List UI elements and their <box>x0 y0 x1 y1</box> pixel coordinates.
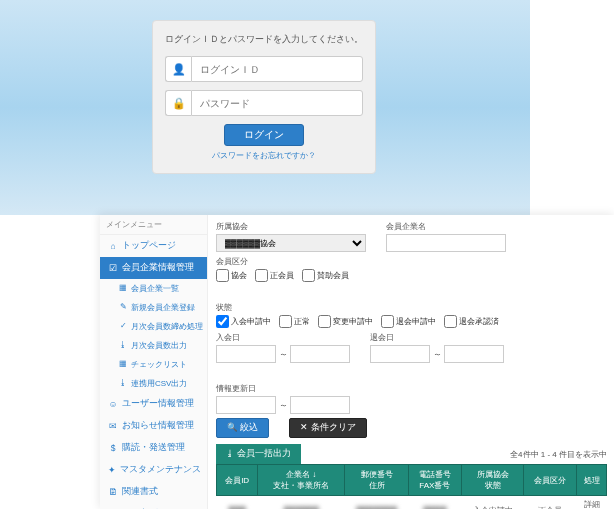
status-opt-1[interactable]: 正常 <box>279 315 310 328</box>
sidebar-icon: 🖹 <box>108 487 118 497</box>
sidebar-label: マスタメンテナンス <box>120 464 201 476</box>
table-header: 電話番号FAX番号 <box>409 465 462 496</box>
sidebar-label: 連携用CSV出力 <box>131 378 187 389</box>
filter-assoc-select[interactable]: ▓▓▓▓▓▓協会 <box>216 234 366 252</box>
filter-leave-label: 退会日 <box>370 332 504 343</box>
status-opt-2[interactable]: 変更申請中 <box>318 315 373 328</box>
kubun-opt-1[interactable]: 正会員 <box>255 269 294 282</box>
sidebar-icon: ☺ <box>108 399 118 409</box>
clear-button[interactable]: ✕ 条件クリア <box>289 418 366 438</box>
admin-panel: メインメニュー ⌂トップページ☑会員企業情報管理▦会員企業一覧✎新規会員企業登録… <box>100 215 614 509</box>
update-to[interactable] <box>290 396 350 414</box>
sidebar-label: 月次会員数出力 <box>131 340 187 351</box>
search-icon: 🔍 <box>227 422 238 432</box>
join-from[interactable] <box>216 345 276 363</box>
sidebar-item-9[interactable]: ✉お知らせ情報管理 <box>100 415 207 437</box>
filter-assoc-label: 所属協会 <box>216 221 366 232</box>
kubun-opt-0[interactable]: 協会 <box>216 269 247 282</box>
filter-kubun-label: 会員区分 <box>216 256 349 267</box>
user-icon: 👤 <box>165 56 191 82</box>
sidebar-label: 関連書式 <box>122 486 158 498</box>
sidebar-label: 新規会員企業登録 <box>131 302 195 313</box>
close-icon: ✕ <box>300 422 308 432</box>
status-opt-3[interactable]: 退会申請中 <box>381 315 436 328</box>
login-background: ログインＩＤとパスワードを入力してください。 👤 🔒 ログイン パスワードをお忘… <box>0 0 530 215</box>
table-header: 会員区分 <box>524 465 577 496</box>
sidebar-icon: ⌂ <box>108 241 118 251</box>
login-message: ログインＩＤとパスワードを入力してください。 <box>165 33 363 46</box>
main-content: 所属協会 ▓▓▓▓▓▓協会 会員企業名 会員区分 協会 正会員 賛助会員 状態 … <box>208 215 614 509</box>
login-pw-input[interactable] <box>191 90 363 116</box>
filter-name-label: 会員企業名 <box>386 221 506 232</box>
sidebar-item-2[interactable]: ▦会員企業一覧 <box>100 279 207 298</box>
sidebar-title: メインメニュー <box>100 215 207 235</box>
sidebar-label: 月次会員数締め処理 <box>131 321 203 332</box>
update-from[interactable] <box>216 396 276 414</box>
status-opt-0[interactable]: 入会申請中 <box>216 315 271 328</box>
sidebar-icon: ▦ <box>118 283 128 294</box>
sidebar-icon: $ <box>108 443 118 453</box>
leave-from[interactable] <box>370 345 430 363</box>
sidebar-item-1[interactable]: ☑会員企業情報管理 <box>100 257 207 279</box>
table-header: 所属協会状態 <box>461 465 524 496</box>
export-button[interactable]: ⭳ 会員一括出力 <box>216 444 301 464</box>
sidebar-icon: ✎ <box>118 302 128 313</box>
sidebar-item-6[interactable]: ▦チェックリスト <box>100 355 207 374</box>
cell-kubun: 正会員 <box>524 496 577 510</box>
leave-to[interactable] <box>444 345 504 363</box>
sidebar-item-5[interactable]: ⭳月次会員数出力 <box>100 336 207 355</box>
results-table: 会員ID企業名 ↓支社・事業所名郵便番号住所電話番号FAX番号所属協会状態会員区… <box>216 464 607 509</box>
sidebar-icon: ☑ <box>108 263 118 273</box>
table-header: 会員ID <box>217 465 258 496</box>
forgot-password-link[interactable]: パスワードをお忘れですか？ <box>165 150 363 161</box>
sidebar-item-7[interactable]: ⭳連携用CSV出力 <box>100 374 207 393</box>
filter-update-label: 情報更新日 <box>216 383 350 394</box>
login-pw-row: 🔒 <box>165 90 363 116</box>
sidebar-label: お知らせ情報管理 <box>122 420 194 432</box>
sidebar-item-11[interactable]: ✦マスタメンテナンス <box>100 459 207 481</box>
sidebar-label: 会員企業情報管理 <box>122 262 194 274</box>
table-header: 企業名 ↓支社・事業所名 <box>258 465 345 496</box>
table-header: 処理 <box>577 465 607 496</box>
result-count: 全4件中 1 - 4 件目を表示中 <box>510 449 607 460</box>
sidebar-icon: ✓ <box>118 321 128 332</box>
sidebar-icon: ▦ <box>118 359 128 370</box>
login-id-row: 👤 <box>165 56 363 82</box>
sidebar-item-10[interactable]: $購読・発送管理 <box>100 437 207 459</box>
sidebar-label: チェックリスト <box>131 359 187 370</box>
sidebar-icon: ⭳ <box>118 378 128 389</box>
cell-action[interactable]: 詳細承認 <box>577 496 607 510</box>
kubun-opt-2[interactable]: 賛助会員 <box>302 269 349 282</box>
sidebar-item-12[interactable]: 🖹関連書式 <box>100 481 207 503</box>
search-button[interactable]: 🔍 絞込 <box>216 418 269 438</box>
sidebar-item-4[interactable]: ✓月次会員数締め処理 <box>100 317 207 336</box>
sidebar-label: 購読・発送管理 <box>122 442 185 454</box>
sidebar-label: ユーザー情報管理 <box>122 398 194 410</box>
lock-icon: 🔒 <box>165 90 191 116</box>
sidebar-item-8[interactable]: ☺ユーザー情報管理 <box>100 393 207 415</box>
login-card: ログインＩＤとパスワードを入力してください。 👤 🔒 ログイン パスワードをお忘… <box>152 20 376 174</box>
sidebar-item-0[interactable]: ⌂トップページ <box>100 235 207 257</box>
sidebar-icon: ✉ <box>108 421 118 431</box>
sidebar-item-13[interactable]: ▤画面印刷 <box>100 503 207 509</box>
join-to[interactable] <box>290 345 350 363</box>
sidebar-label: トップページ <box>122 240 176 252</box>
table-header: 郵便番号住所 <box>345 465 409 496</box>
filter-join-label: 入会日 <box>216 332 350 343</box>
login-id-input[interactable] <box>191 56 363 82</box>
table-row: ▓▓▓▓▓▓▓▓▓▓▓▓▓▓▓▓▓▓▓▓入会申請中正会員詳細承認 <box>217 496 607 510</box>
sidebar-icon: ✦ <box>108 465 116 475</box>
sidebar-item-3[interactable]: ✎新規会員企業登録 <box>100 298 207 317</box>
sidebar-label: 会員企業一覧 <box>131 283 179 294</box>
sidebar-icon: ⭳ <box>118 340 128 351</box>
status-opt-4[interactable]: 退会承認済 <box>444 315 499 328</box>
download-icon: ⭳ <box>226 448 235 458</box>
login-button[interactable]: ログイン <box>224 124 304 146</box>
cell-status: 入会申請中 <box>461 496 524 510</box>
sidebar: メインメニュー ⌂トップページ☑会員企業情報管理▦会員企業一覧✎新規会員企業登録… <box>100 215 208 509</box>
filter-status-label: 状態 <box>216 302 499 313</box>
filter-name-input[interactable] <box>386 234 506 252</box>
